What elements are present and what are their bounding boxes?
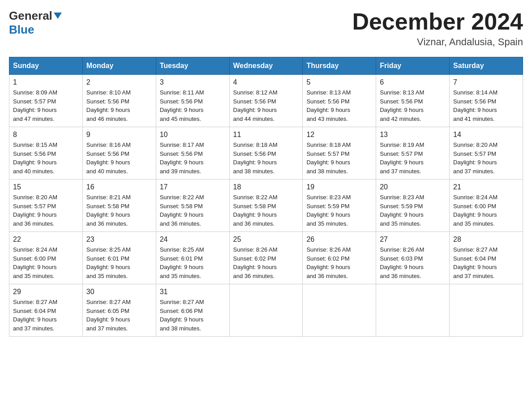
day-number: 31 — [160, 288, 226, 296]
day-info: Sunrise: 8:26 AM Sunset: 6:03 PM Dayligh… — [380, 245, 446, 280]
day-info: Sunrise: 8:13 AM Sunset: 5:56 PM Dayligh… — [380, 88, 446, 123]
table-row: 20 Sunrise: 8:23 AM Sunset: 5:59 PM Dayl… — [376, 180, 450, 232]
day-info: Sunrise: 8:27 AM Sunset: 6:05 PM Dayligh… — [86, 298, 152, 333]
day-info: Sunrise: 8:27 AM Sunset: 6:04 PM Dayligh… — [453, 245, 519, 280]
day-info: Sunrise: 8:21 AM Sunset: 5:58 PM Dayligh… — [86, 193, 152, 228]
month-title: December 2024 — [352, 9, 523, 34]
table-row: 18 Sunrise: 8:22 AM Sunset: 5:58 PM Dayl… — [229, 180, 303, 232]
day-info: Sunrise: 8:27 AM Sunset: 6:04 PM Dayligh… — [13, 298, 79, 333]
day-number: 6 — [380, 78, 446, 86]
day-number: 4 — [233, 78, 299, 86]
table-row: 2 Sunrise: 8:10 AM Sunset: 5:56 PM Dayli… — [82, 75, 156, 127]
day-info: Sunrise: 8:25 AM Sunset: 6:01 PM Dayligh… — [86, 245, 152, 280]
table-row: 26 Sunrise: 8:26 AM Sunset: 6:02 PM Dayl… — [303, 232, 376, 284]
table-row: 9 Sunrise: 8:16 AM Sunset: 5:56 PM Dayli… — [82, 127, 156, 180]
table-row — [376, 284, 450, 337]
table-row: 8 Sunrise: 8:15 AM Sunset: 5:56 PM Dayli… — [9, 127, 83, 180]
table-row — [450, 284, 523, 337]
day-number: 26 — [306, 235, 372, 244]
header-wednesday: Wednesday — [229, 57, 303, 75]
header-monday: Monday — [82, 57, 156, 75]
week-row-3: 15 Sunrise: 8:20 AM Sunset: 5:57 PM Dayl… — [9, 180, 523, 232]
table-row: 30 Sunrise: 8:27 AM Sunset: 6:05 PM Dayl… — [82, 284, 156, 337]
day-number: 14 — [453, 131, 519, 139]
day-info: Sunrise: 8:13 AM Sunset: 5:56 PM Dayligh… — [306, 88, 372, 123]
day-info: Sunrise: 8:18 AM Sunset: 5:57 PM Dayligh… — [306, 141, 372, 176]
table-row: 24 Sunrise: 8:25 AM Sunset: 6:01 PM Dayl… — [156, 232, 229, 284]
table-row: 25 Sunrise: 8:26 AM Sunset: 6:02 PM Dayl… — [229, 232, 303, 284]
table-row: 28 Sunrise: 8:27 AM Sunset: 6:04 PM Dayl… — [450, 232, 523, 284]
week-row-4: 22 Sunrise: 8:24 AM Sunset: 6:00 PM Dayl… — [9, 232, 523, 284]
day-info: Sunrise: 8:27 AM Sunset: 6:06 PM Dayligh… — [160, 298, 226, 333]
day-info: Sunrise: 8:18 AM Sunset: 5:56 PM Dayligh… — [233, 141, 299, 176]
day-number: 28 — [453, 235, 519, 244]
day-info: Sunrise: 8:19 AM Sunset: 5:57 PM Dayligh… — [380, 141, 446, 176]
location-title: Viznar, Andalusia, Spain — [352, 36, 523, 48]
day-number: 13 — [380, 131, 446, 139]
day-info: Sunrise: 8:23 AM Sunset: 5:59 PM Dayligh… — [306, 193, 372, 228]
table-row: 6 Sunrise: 8:13 AM Sunset: 5:56 PM Dayli… — [376, 75, 450, 127]
title-area: December 2024 Viznar, Andalusia, Spain — [352, 9, 523, 48]
day-info: Sunrise: 8:20 AM Sunset: 5:57 PM Dayligh… — [13, 193, 79, 228]
day-info: Sunrise: 8:22 AM Sunset: 5:58 PM Dayligh… — [160, 193, 226, 228]
svg-marker-0 — [54, 13, 62, 19]
day-number: 12 — [306, 131, 372, 139]
table-row: 3 Sunrise: 8:11 AM Sunset: 5:56 PM Dayli… — [156, 75, 229, 127]
table-row: 4 Sunrise: 8:12 AM Sunset: 5:56 PM Dayli… — [229, 75, 303, 127]
table-row: 11 Sunrise: 8:18 AM Sunset: 5:56 PM Dayl… — [229, 127, 303, 180]
day-number: 8 — [13, 131, 79, 139]
weekday-header-row: Sunday Monday Tuesday Wednesday Thursday… — [9, 57, 523, 75]
table-row: 7 Sunrise: 8:14 AM Sunset: 5:56 PM Dayli… — [450, 75, 523, 127]
day-number: 24 — [160, 235, 226, 244]
table-row — [229, 284, 303, 337]
table-row: 21 Sunrise: 8:24 AM Sunset: 6:00 PM Dayl… — [450, 180, 523, 232]
day-number: 5 — [306, 78, 372, 86]
table-row: 22 Sunrise: 8:24 AM Sunset: 6:00 PM Dayl… — [9, 232, 83, 284]
day-info: Sunrise: 8:12 AM Sunset: 5:56 PM Dayligh… — [233, 88, 299, 123]
table-row — [303, 284, 376, 337]
day-number: 25 — [233, 235, 299, 244]
table-row: 15 Sunrise: 8:20 AM Sunset: 5:57 PM Dayl… — [9, 180, 83, 232]
day-number: 22 — [13, 235, 79, 244]
table-row: 12 Sunrise: 8:18 AM Sunset: 5:57 PM Dayl… — [303, 127, 376, 180]
day-number: 27 — [380, 235, 446, 244]
table-row: 1 Sunrise: 8:09 AM Sunset: 5:57 PM Dayli… — [9, 75, 83, 127]
table-row: 13 Sunrise: 8:19 AM Sunset: 5:57 PM Dayl… — [376, 127, 450, 180]
table-row: 29 Sunrise: 8:27 AM Sunset: 6:04 PM Dayl… — [9, 284, 83, 337]
day-info: Sunrise: 8:09 AM Sunset: 5:57 PM Dayligh… — [13, 88, 79, 123]
logo-blue-text: Blue — [9, 23, 34, 37]
week-row-1: 1 Sunrise: 8:09 AM Sunset: 5:57 PM Dayli… — [9, 75, 523, 127]
table-row: 14 Sunrise: 8:20 AM Sunset: 5:57 PM Dayl… — [450, 127, 523, 180]
header-sunday: Sunday — [9, 57, 83, 75]
day-number: 7 — [453, 78, 519, 86]
day-info: Sunrise: 8:24 AM Sunset: 6:00 PM Dayligh… — [13, 245, 79, 280]
day-info: Sunrise: 8:11 AM Sunset: 5:56 PM Dayligh… — [160, 88, 226, 123]
header-saturday: Saturday — [450, 57, 523, 75]
day-info: Sunrise: 8:24 AM Sunset: 6:00 PM Dayligh… — [453, 193, 519, 228]
day-number: 3 — [160, 78, 226, 86]
table-row: 16 Sunrise: 8:21 AM Sunset: 5:58 PM Dayl… — [82, 180, 156, 232]
table-row: 31 Sunrise: 8:27 AM Sunset: 6:06 PM Dayl… — [156, 284, 229, 337]
header-friday: Friday — [376, 57, 450, 75]
header: General Blue December 2024 Viznar, Andal… — [9, 9, 523, 48]
day-number: 10 — [160, 131, 226, 139]
table-row: 19 Sunrise: 8:23 AM Sunset: 5:59 PM Dayl… — [303, 180, 376, 232]
day-number: 23 — [86, 235, 152, 244]
header-tuesday: Tuesday — [156, 57, 229, 75]
day-number: 18 — [233, 183, 299, 191]
table-row: 10 Sunrise: 8:17 AM Sunset: 5:56 PM Dayl… — [156, 127, 229, 180]
logo-arrow-icon — [54, 8, 62, 22]
day-info: Sunrise: 8:10 AM Sunset: 5:56 PM Dayligh… — [86, 88, 152, 123]
day-number: 30 — [86, 288, 152, 296]
day-info: Sunrise: 8:15 AM Sunset: 5:56 PM Dayligh… — [13, 141, 79, 176]
day-info: Sunrise: 8:14 AM Sunset: 5:56 PM Dayligh… — [453, 88, 519, 123]
table-row: 17 Sunrise: 8:22 AM Sunset: 5:58 PM Dayl… — [156, 180, 229, 232]
day-number: 16 — [86, 183, 152, 191]
table-row: 23 Sunrise: 8:25 AM Sunset: 6:01 PM Dayl… — [82, 232, 156, 284]
week-row-5: 29 Sunrise: 8:27 AM Sunset: 6:04 PM Dayl… — [9, 284, 523, 337]
day-info: Sunrise: 8:26 AM Sunset: 6:02 PM Dayligh… — [233, 245, 299, 280]
day-number: 1 — [13, 78, 79, 86]
day-number: 2 — [86, 78, 152, 86]
header-thursday: Thursday — [303, 57, 376, 75]
day-number: 21 — [453, 183, 519, 191]
